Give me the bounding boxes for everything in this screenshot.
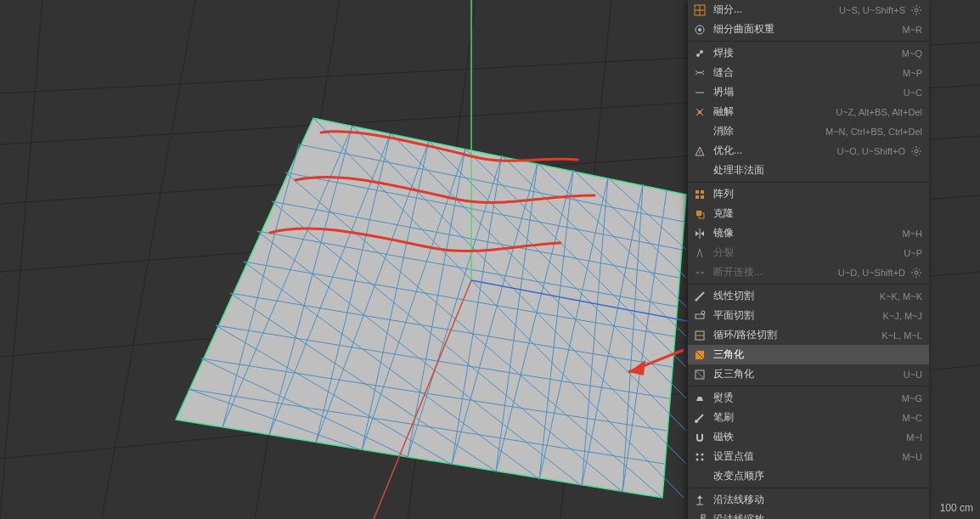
menu-item-18[interactable]: 平面切割K~J, M~J xyxy=(688,306,929,325)
menu-item-shortcut: U~P xyxy=(904,248,922,258)
svg-line-6 xyxy=(0,0,42,519)
gear-icon[interactable] xyxy=(910,268,922,278)
menu-item-3[interactable]: 焊接M~Q xyxy=(688,43,929,63)
collapse-icon xyxy=(693,86,707,99)
menu-item-23[interactable]: 熨烫M~G xyxy=(688,388,929,408)
normal-move-icon xyxy=(693,494,707,507)
menu-item-1[interactable]: 细分曲面权重M~R xyxy=(688,20,929,39)
menu-item-label: 克隆 xyxy=(713,206,922,221)
menu-item-label: 处理非法面 xyxy=(713,163,922,178)
gear-icon[interactable] xyxy=(910,146,922,156)
menu-item-label: 笔刷 xyxy=(713,410,895,425)
menu-item-label: 细分曲面权重 xyxy=(713,22,895,37)
svg-rect-93 xyxy=(696,190,699,194)
menu-item-label: 缝合 xyxy=(713,65,896,80)
menu-item-shortcut: M~P xyxy=(903,68,922,78)
menu-item-label: 设置点值 xyxy=(713,449,895,464)
subdiv-weight-icon xyxy=(693,23,707,37)
menu-item-label: 循环/路径切割 xyxy=(713,328,875,342)
subdivide-icon xyxy=(693,3,707,17)
menu-item-label: 优化... xyxy=(713,144,831,158)
svg-line-89 xyxy=(913,148,914,149)
menu-item-5[interactable]: 坍塌U~C xyxy=(688,82,929,102)
menu-item-27[interactable]: 改变点顺序 xyxy=(688,466,929,486)
svg-point-126 xyxy=(695,420,698,423)
menu-item-14: 分裂U~P xyxy=(688,243,929,262)
svg-line-71 xyxy=(919,7,920,8)
menu-item-12[interactable]: 克隆 xyxy=(688,204,929,223)
menu-item-17[interactable]: 线性切割K~K, M~K xyxy=(688,286,929,306)
menu-item-0[interactable]: 细分...U~S, U~Shift+S xyxy=(688,0,929,20)
menu-item-24[interactable]: 笔刷M~C xyxy=(688,408,929,427)
menu-item-label: 镜像 xyxy=(713,226,895,240)
svg-line-69 xyxy=(913,7,914,8)
svg-marker-100 xyxy=(696,231,699,236)
menu-separator xyxy=(688,182,929,183)
menu-item-20[interactable]: 三角化 xyxy=(688,345,929,364)
menu-item-label: 改变点顺序 xyxy=(713,469,922,483)
magnet-icon xyxy=(693,431,707,444)
menu-item-label: 焊接 xyxy=(713,46,895,60)
menu-item-29[interactable]: 沿法线移动 xyxy=(688,490,929,510)
brush-icon xyxy=(693,411,707,425)
svg-line-112 xyxy=(919,275,920,276)
untriangulate-icon xyxy=(693,368,707,381)
svg-rect-117 xyxy=(696,314,704,319)
menu-item-shortcut: M~Q xyxy=(902,48,922,59)
menu-item-label: 断开连接... xyxy=(713,265,831,279)
svg-marker-101 xyxy=(701,231,704,236)
menu-item-21[interactable]: 反三角化U~U xyxy=(688,364,929,384)
menu-item-30[interactable]: 沿法线缩放 xyxy=(688,510,929,519)
menu-item-label: 反三角化 xyxy=(713,367,897,381)
menu-item-9[interactable]: 处理非法面 xyxy=(688,161,929,180)
svg-point-128 xyxy=(701,453,704,455)
svg-rect-94 xyxy=(701,190,704,194)
svg-line-114 xyxy=(913,275,914,276)
array-icon xyxy=(693,188,707,201)
mirror-icon xyxy=(693,227,707,240)
svg-point-130 xyxy=(701,458,704,460)
svg-line-92 xyxy=(913,154,914,155)
menu-item-label: 熨烫 xyxy=(713,391,895,405)
svg-line-124 xyxy=(696,370,704,379)
menu-item-shortcut: U~Z, Alt+BS, Alt+Del xyxy=(836,107,922,117)
menu-item-shortcut: M~R xyxy=(902,25,922,35)
menu-item-4[interactable]: 缝合M~P xyxy=(688,63,929,82)
svg-line-90 xyxy=(919,154,920,155)
menu-item-15: 断开连接...U~D, U~Shift+D xyxy=(688,262,929,282)
menu-item-8[interactable]: 优化...U~O, U~Shift+O xyxy=(688,141,929,161)
menu-item-7[interactable]: 消除M~N, Ctrl+BS, Ctrl+Del xyxy=(688,121,929,141)
menu-item-shortcut: U~O, U~Shift+O xyxy=(837,146,905,156)
menu-item-shortcut: K~L, M~L xyxy=(881,330,922,341)
menu-separator xyxy=(688,41,929,42)
menu-item-shortcut: M~G xyxy=(902,393,922,403)
menu-item-shortcut: M~N, Ctrl+BS, Ctrl+Del xyxy=(825,127,922,137)
svg-point-127 xyxy=(696,453,699,455)
svg-line-103 xyxy=(700,249,702,257)
menu-item-13[interactable]: 镜像M~H xyxy=(688,223,929,243)
gear-icon[interactable] xyxy=(910,5,922,15)
svg-point-129 xyxy=(696,458,699,460)
clone-icon xyxy=(693,207,707,221)
menu-item-shortcut: M~C xyxy=(902,413,922,423)
menu-item-26[interactable]: 设置点值M~U xyxy=(688,447,929,466)
svg-line-72 xyxy=(913,13,914,14)
svg-point-64 xyxy=(915,8,918,12)
svg-line-91 xyxy=(919,148,920,149)
menu-item-11[interactable]: 阵列 xyxy=(688,184,929,204)
menu-item-label: 磁铁 xyxy=(713,430,899,444)
menu-item-label: 阵列 xyxy=(713,187,922,201)
menu-item-6[interactable]: 融解U~Z, Alt+BS, Alt+Del xyxy=(688,102,929,121)
menu-item-25[interactable]: 磁铁M~I xyxy=(688,427,929,447)
set-point-icon xyxy=(693,450,707,464)
menu-item-shortcut: M~I xyxy=(906,432,922,443)
loop-cut-icon xyxy=(693,329,707,342)
svg-point-116 xyxy=(696,298,698,301)
svg-line-102 xyxy=(697,249,700,257)
svg-rect-95 xyxy=(696,195,699,199)
menu-item-19[interactable]: 循环/路径切割K~L, M~L xyxy=(688,325,929,345)
iron-icon xyxy=(693,392,707,405)
menu-item-shortcut: K~K, M~K xyxy=(880,291,922,302)
svg-point-84 xyxy=(915,149,918,153)
mesh-context-menu[interactable]: 细分...U~S, U~Shift+S细分曲面权重M~R焊接M~Q缝合M~P坍塌… xyxy=(688,0,929,519)
